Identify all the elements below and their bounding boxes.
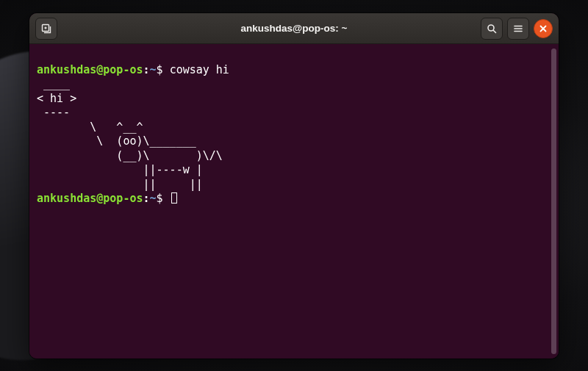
hamburger-icon bbox=[513, 24, 523, 34]
menu-button[interactable] bbox=[507, 18, 529, 40]
output-line: ____ bbox=[37, 77, 76, 90]
desktop-wallpaper: ankushdas@pop-os: ~ bbox=[0, 0, 588, 371]
prompt-colon: : bbox=[143, 192, 150, 205]
prompt-at: @ bbox=[96, 63, 103, 76]
prompt-line: ankushdas@pop-os:~$ cowsay hi bbox=[37, 63, 229, 76]
titlebar[interactable]: ankushdas@pop-os: ~ bbox=[29, 13, 559, 44]
prompt-dollar: $ bbox=[157, 63, 170, 76]
output-line: (__)\ )\/\ bbox=[37, 149, 223, 162]
terminal-scrollbar[interactable] bbox=[551, 48, 556, 354]
new-tab-button[interactable] bbox=[35, 18, 57, 40]
close-icon bbox=[539, 24, 548, 33]
output-line: ||----w | bbox=[37, 163, 203, 176]
prompt-host: pop-os bbox=[103, 192, 143, 205]
prompt-line: ankushdas@pop-os:~$ bbox=[37, 192, 177, 205]
prompt-at: @ bbox=[96, 192, 103, 205]
output-line: ---- bbox=[37, 106, 76, 119]
close-button[interactable] bbox=[534, 19, 553, 38]
new-tab-icon bbox=[41, 24, 51, 34]
terminal-cursor bbox=[171, 192, 177, 203]
output-line: || || bbox=[37, 178, 203, 191]
search-icon bbox=[487, 24, 497, 34]
output-line: \ (oo)\_______ bbox=[37, 134, 196, 148]
window-title: ankushdas@pop-os: ~ bbox=[241, 23, 348, 34]
prompt-user: ankushdas bbox=[37, 63, 96, 76]
prompt-colon: : bbox=[143, 63, 150, 76]
output-line: \ ^__^ bbox=[37, 120, 143, 134]
prompt-path: ~ bbox=[150, 63, 157, 76]
prompt-host: pop-os bbox=[103, 63, 143, 76]
prompt-user: ankushdas bbox=[37, 192, 96, 205]
search-button[interactable] bbox=[481, 18, 503, 40]
output-line: < hi > bbox=[37, 92, 76, 105]
prompt-path: ~ bbox=[150, 192, 157, 205]
titlebar-right-controls bbox=[481, 18, 553, 40]
svg-line-2 bbox=[493, 30, 495, 32]
terminal-viewport[interactable]: ankushdas@pop-os:~$ cowsay hi ____ < hi … bbox=[29, 44, 559, 359]
command-text: cowsay hi bbox=[170, 63, 229, 76]
prompt-dollar: $ bbox=[157, 192, 170, 205]
terminal-window: ankushdas@pop-os: ~ bbox=[29, 13, 559, 359]
